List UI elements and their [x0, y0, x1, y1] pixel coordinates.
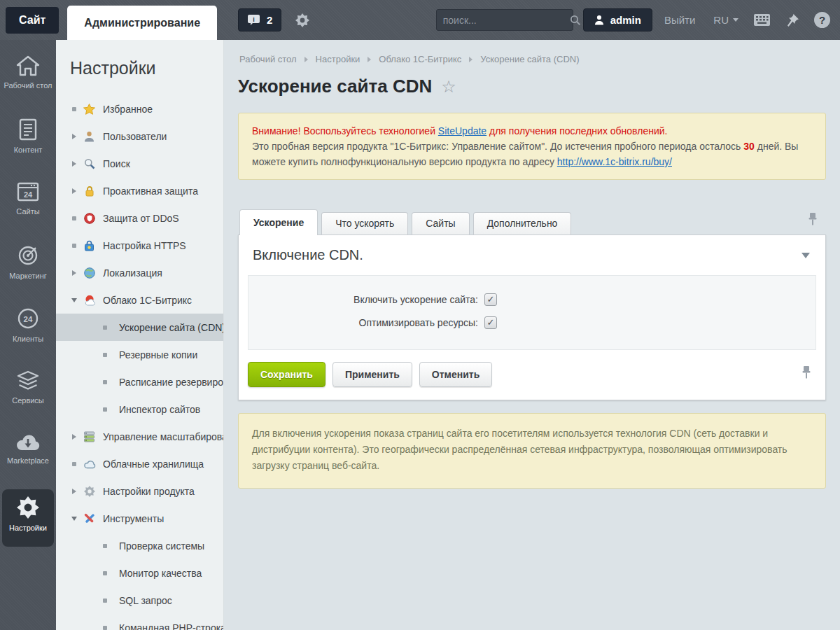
clients-24-icon: 24 [17, 307, 39, 330]
expand-arrow-icon[interactable] [70, 270, 78, 276]
trial-warning-box: Внимание! Воспользуйтесь технологией Sit… [238, 113, 826, 180]
menu-item-cdn[interactable]: Ускорение сайта (CDN) [56, 314, 223, 341]
expand-arrow-icon[interactable] [70, 434, 78, 440]
cancel-button[interactable]: Отменить [419, 362, 492, 387]
servers-icon [83, 431, 96, 442]
target-icon [17, 244, 39, 267]
bullet-marker [101, 380, 109, 384]
form-buttons: Сохранить Применить Отменить [239, 350, 825, 391]
rail-item-clients[interactable]: 24 Клиенты [2, 300, 54, 358]
username: admin [610, 14, 641, 26]
warning-line-1: Внимание! Воспользуйтесь технологией Sit… [252, 123, 812, 139]
breadcrumb-item[interactable]: Ускорение сайта (CDN) [480, 54, 579, 64]
pin-icon[interactable] [785, 13, 799, 27]
expand-arrow-icon[interactable] [70, 188, 78, 194]
menu-item-cloud-storage[interactable]: Облачные хранилища [56, 450, 223, 477]
tab-acceleration[interactable]: Ускорение [239, 209, 318, 235]
notifications-button[interactable]: i 2 [238, 8, 281, 31]
cloud-red-icon [83, 295, 96, 306]
enable-cdn-checkbox[interactable] [484, 293, 497, 306]
keyboard-icon[interactable] [753, 13, 771, 27]
rail-item-settings[interactable]: Настройки [2, 489, 54, 547]
breadcrumb-item[interactable]: Настройки [316, 54, 360, 64]
bullet-marker [101, 326, 109, 330]
breadcrumb-separator-icon [469, 57, 472, 62]
bullet-marker [70, 216, 78, 220]
save-button[interactable]: Сохранить [248, 362, 326, 387]
rail-item-services[interactable]: Сервисы [2, 363, 54, 421]
tab-additional[interactable]: Дополнительно [473, 212, 572, 234]
apply-button[interactable]: Применить [332, 362, 412, 387]
menu-item-backups[interactable]: Резервные копии [56, 341, 223, 368]
rail-item-label: Клиенты [13, 335, 43, 344]
search-icon [83, 158, 96, 169]
rail-item-desktop[interactable]: Рабочий стол [2, 48, 54, 106]
user-menu-button[interactable]: admin [583, 8, 652, 31]
svg-text:i: i [253, 16, 255, 23]
menu-item-product-settings[interactable]: Настройки продукта [56, 477, 223, 505]
language-selector[interactable]: RU [713, 14, 738, 26]
rail-item-sites[interactable]: 24 Сайты [2, 174, 54, 232]
field-row: Оптимизировать ресурсы: [248, 316, 816, 329]
page-title: Ускорение сайта CDN [238, 76, 432, 97]
bullet-marker [70, 244, 78, 248]
menu-item-proactive-protection[interactable]: Проактивная защита [56, 177, 223, 204]
gear-icon[interactable] [295, 13, 309, 27]
menu-item-scaling[interactable]: Управление масштабированием [56, 423, 223, 450]
tab-what-to-accelerate[interactable]: Что ускорять [321, 212, 408, 234]
menu-item-search[interactable]: Поиск [56, 150, 223, 177]
expand-arrow-icon[interactable] [70, 134, 78, 139]
menu-item-site-inspector[interactable]: Инспектор сайтов [56, 396, 223, 423]
menu-item-sql-query[interactable]: SQL запрос [56, 587, 223, 614]
site-tab[interactable]: Сайт [6, 7, 59, 34]
menu-item-favorites[interactable]: Избранное [56, 95, 223, 122]
collapse-arrow-icon[interactable] [70, 517, 78, 521]
menu-item-tools[interactable]: Инструменты [56, 505, 223, 532]
pin-icon[interactable] [808, 212, 818, 229]
expand-arrow-icon[interactable] [70, 489, 78, 494]
menu-item-bitrix-cloud[interactable]: Облако 1С-Битрикс [56, 286, 223, 314]
logout-link[interactable]: Выйти [664, 14, 695, 26]
menu-item-localization[interactable]: Локализация [56, 259, 223, 286]
search-icon[interactable] [570, 15, 581, 26]
menu-item-ddos[interactable]: Защита от DDoS [56, 204, 223, 232]
help-icon[interactable]: ? [814, 12, 830, 28]
pin-icon[interactable] [802, 365, 811, 382]
menu-item-quality-monitor[interactable]: Монитор качества [56, 559, 223, 587]
menu-item-users[interactable]: Пользователи [56, 122, 223, 150]
menu-item-backup-schedule[interactable]: Расписание резервирования [56, 368, 223, 396]
expand-arrow-icon[interactable] [70, 161, 78, 167]
field-label: Включить ускорение сайта: [248, 294, 484, 305]
field-label: Оптимизировать ресурсы: [248, 317, 484, 328]
tab-sites[interactable]: Сайты [412, 212, 469, 234]
globe-icon [83, 267, 96, 279]
collapse-section-icon[interactable] [802, 253, 810, 258]
optimize-resources-checkbox[interactable] [484, 316, 497, 329]
favorite-star-icon[interactable]: ☆ [441, 77, 456, 97]
collapse-arrow-icon[interactable] [70, 298, 78, 302]
menu-item-https[interactable]: Настройка HTTPS [56, 232, 223, 259]
siteupdate-link[interactable]: SiteUpdate [438, 125, 486, 136]
menu-item-system-check[interactable]: Проверка системы [56, 532, 223, 559]
rail-item-content[interactable]: Контент [2, 111, 54, 169]
svg-text:24: 24 [24, 190, 33, 199]
breadcrumb-item[interactable]: Рабочий стол [239, 54, 297, 64]
breadcrumb-item[interactable]: Облако 1С-Битрикс [379, 54, 461, 64]
user-icon [83, 131, 96, 142]
cdn-settings-panel: Включение CDN. Включить ускорение сайта:… [238, 234, 826, 400]
buy-link[interactable]: http://www.1c-bitrix.ru/buy/ [557, 156, 672, 167]
shield-icon [83, 213, 96, 224]
breadcrumb-separator-icon [368, 57, 371, 62]
breadcrumb-separator-icon [304, 57, 308, 62]
rail-item-marketplace[interactable]: Marketplace [2, 426, 54, 484]
breadcrumb: Рабочий стол Настройки Облако 1С-Битрикс… [239, 54, 826, 64]
section-header: Включение CDN. [239, 235, 825, 274]
menu-item-php-command[interactable]: Командная PHP-строка [56, 614, 223, 630]
page-title-row: Ускорение сайта CDN ☆ [238, 76, 826, 97]
home-icon [16, 55, 40, 76]
search-input[interactable] [443, 15, 570, 26]
menu-title: Настройки [70, 58, 223, 78]
admin-tab[interactable]: Администрирование [67, 6, 217, 40]
rail-item-marketing[interactable]: Маркетинг [2, 237, 54, 295]
language-code: RU [713, 14, 729, 26]
